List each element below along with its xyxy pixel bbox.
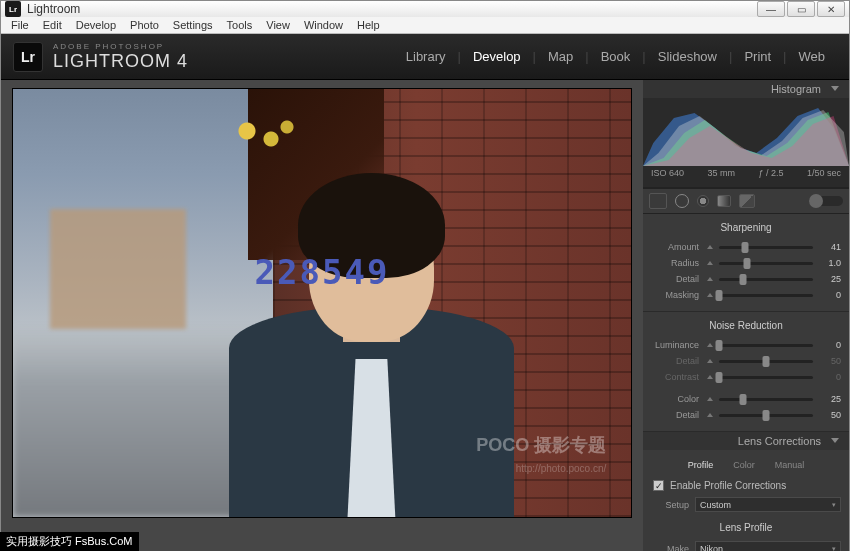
menu-edit[interactable]: Edit	[37, 17, 68, 33]
menu-window[interactable]: Window	[298, 17, 349, 33]
outer-watermark: 实用摄影技巧 FsBus.CoM	[0, 532, 139, 551]
module-print[interactable]: Print	[732, 49, 783, 64]
histo-iso: ISO 640	[651, 168, 684, 178]
lens-tab-profile[interactable]: Profile	[678, 458, 724, 472]
module-book[interactable]: Book	[589, 49, 643, 64]
menu-view[interactable]: View	[260, 17, 296, 33]
menu-tools[interactable]: Tools	[221, 17, 259, 33]
lens-tab-color[interactable]: Color	[723, 458, 765, 472]
module-web[interactable]: Web	[787, 49, 838, 64]
menu-help[interactable]: Help	[351, 17, 386, 33]
histogram-header[interactable]: Histogram	[643, 80, 849, 98]
module-map[interactable]: Map	[536, 49, 585, 64]
brush-tool-icon[interactable]	[739, 194, 755, 208]
color-detail-slider[interactable]: Detail 50	[651, 407, 841, 423]
lr-logo: Lr	[13, 42, 43, 72]
masking-slider[interactable]: Masking 0	[651, 287, 841, 303]
setup-label: Setup	[651, 500, 689, 510]
sharpening-title: Sharpening	[651, 218, 841, 239]
sharpening-section: Sharpening Amount 41 Radius 1.0 Detail	[643, 214, 849, 312]
watermark-number: 228549	[255, 252, 390, 292]
histo-aperture: ƒ / 2.5	[758, 168, 783, 178]
gradient-tool-icon[interactable]	[717, 195, 731, 207]
app-window: Lr Lightroom — ▭ ✕ File Edit Develop Pho…	[0, 0, 850, 551]
histogram[interactable]: ISO 640 35 mm ƒ / 2.5 1/50 sec	[643, 98, 849, 188]
lens-tabs: Profile Color Manual	[651, 454, 841, 476]
brand-subtitle: ADOBE PHOTOSHOP	[53, 42, 188, 51]
amount-slider[interactable]: Amount 41	[651, 239, 841, 255]
menu-develop[interactable]: Develop	[70, 17, 122, 33]
app-main: 228549 POCO 摄影专题 http://photo.poco.cn/ H…	[1, 80, 849, 551]
photo-preview[interactable]: 228549 POCO 摄影专题 http://photo.poco.cn/	[12, 88, 632, 518]
app-icon: Lr	[5, 1, 21, 17]
noise-title: Noise Reduction	[651, 316, 841, 337]
radius-slider[interactable]: Radius 1.0	[651, 255, 841, 271]
app-body: Lr ADOBE PHOTOSHOP LIGHTROOM 4 Library| …	[1, 34, 849, 551]
detail-slider[interactable]: Detail 25	[651, 271, 841, 287]
menu-file[interactable]: File	[5, 17, 35, 33]
watermark-poco-url: http://photo.poco.cn/	[516, 463, 607, 474]
module-develop[interactable]: Develop	[461, 49, 533, 64]
module-picker: Library| Develop| Map| Book| Slideshow| …	[394, 49, 837, 64]
luminance-slider[interactable]: Luminance 0	[651, 337, 841, 353]
spot-tool-icon[interactable]	[675, 194, 689, 208]
menu-photo[interactable]: Photo	[124, 17, 165, 33]
crop-tool-icon[interactable]	[649, 193, 667, 209]
watermark-poco: POCO 摄影专题	[476, 433, 606, 457]
histo-shutter: 1/50 sec	[807, 168, 841, 178]
tool-strip	[643, 188, 849, 214]
lens-profile-head: Lens Profile	[651, 514, 841, 539]
close-button[interactable]: ✕	[817, 1, 845, 17]
enable-profile-row[interactable]: ✓ Enable Profile Corrections	[651, 476, 841, 495]
histo-focal: 35 mm	[707, 168, 735, 178]
menubar: File Edit Develop Photo Settings Tools V…	[1, 17, 849, 34]
app-header: Lr ADOBE PHOTOSHOP LIGHTROOM 4 Library| …	[1, 34, 849, 80]
brand-title: LIGHTROOM 4	[53, 51, 188, 72]
right-panel: Histogram ISO 640 35 mm ƒ / 2.5 1/50 sec	[643, 80, 849, 551]
tool-switch[interactable]	[809, 196, 843, 206]
enable-profile-label: Enable Profile Corrections	[670, 480, 786, 491]
maximize-button[interactable]: ▭	[787, 1, 815, 17]
enable-profile-checkbox[interactable]: ✓	[653, 480, 664, 491]
lum-contrast-slider: Contrast 0	[651, 369, 841, 385]
make-label: Make	[651, 544, 689, 552]
lens-tab-manual[interactable]: Manual	[765, 458, 815, 472]
redeye-tool-icon[interactable]	[697, 195, 709, 207]
photo-canvas-area: 228549 POCO 摄影专题 http://photo.poco.cn/	[1, 80, 643, 551]
module-slideshow[interactable]: Slideshow	[646, 49, 729, 64]
module-library[interactable]: Library	[394, 49, 458, 64]
lens-section: Profile Color Manual ✓ Enable Profile Co…	[643, 450, 849, 551]
lum-detail-slider: Detail 50	[651, 353, 841, 369]
noise-section: Noise Reduction Luminance 0 Detail 50 Co…	[643, 312, 849, 432]
menu-settings[interactable]: Settings	[167, 17, 219, 33]
lens-header[interactable]: Lens Corrections	[643, 432, 849, 450]
color-slider[interactable]: Color 25	[651, 391, 841, 407]
minimize-button[interactable]: —	[757, 1, 785, 17]
titlebar: Lr Lightroom — ▭ ✕	[1, 1, 849, 17]
setup-select[interactable]: Custom▾	[695, 497, 841, 512]
make-select[interactable]: Nikon▾	[695, 541, 841, 551]
window-title: Lightroom	[27, 2, 80, 16]
